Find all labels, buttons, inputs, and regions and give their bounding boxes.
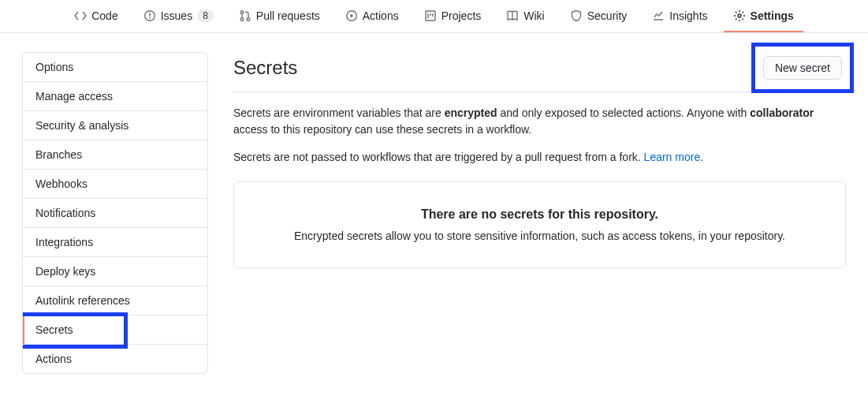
sidebar-item-label: Secrets bbox=[35, 323, 73, 336]
page-title: Secrets bbox=[233, 57, 297, 79]
svg-rect-2 bbox=[149, 13, 150, 17]
sidebar-item-label: Branches bbox=[35, 148, 82, 161]
graph-icon bbox=[652, 9, 665, 22]
tab-wiki[interactable]: Wiki bbox=[497, 0, 553, 32]
sidebar-item-label: Options bbox=[35, 61, 73, 73]
sidebar-item-manage-access[interactable]: Manage access bbox=[23, 82, 207, 111]
tab-projects[interactable]: Projects bbox=[415, 0, 491, 32]
empty-state-description: Encrypted secrets allow you to store sen… bbox=[266, 230, 814, 242]
sidebar-item-notifications[interactable]: Notifications bbox=[23, 199, 207, 228]
sidebar-item-autolink-references[interactable]: Autolink references bbox=[23, 286, 207, 316]
svg-point-3 bbox=[240, 11, 244, 14]
tab-label: Actions bbox=[363, 9, 399, 22]
play-icon bbox=[345, 9, 358, 22]
new-secret-button[interactable]: New secret bbox=[763, 56, 842, 80]
tab-label: Issues bbox=[161, 9, 192, 22]
settings-sidebar: Options Manage access Security & analysi… bbox=[22, 52, 208, 374]
sidebar-item-branches[interactable]: Branches bbox=[23, 140, 207, 170]
issues-count: 8 bbox=[197, 9, 214, 22]
tab-label: Projects bbox=[441, 9, 482, 22]
svg-point-4 bbox=[240, 18, 244, 21]
tab-label: Code bbox=[91, 9, 117, 22]
tab-settings[interactable]: Settings bbox=[724, 0, 803, 32]
tab-security[interactable]: Security bbox=[561, 0, 637, 32]
intro-paragraph-2: Secrets are not passed to workflows that… bbox=[233, 149, 846, 166]
sidebar-item-webhooks[interactable]: Webhooks bbox=[23, 170, 207, 199]
tab-label: Security bbox=[587, 9, 628, 22]
sidebar-item-label: Integrations bbox=[35, 236, 93, 248]
book-icon bbox=[506, 9, 519, 22]
sidebar-item-integrations[interactable]: Integrations bbox=[23, 228, 207, 257]
annotation-highlight: New secret bbox=[751, 43, 854, 93]
tab-issues[interactable]: Issues 8 bbox=[134, 0, 223, 32]
button-label: New secret bbox=[775, 62, 830, 74]
shield-icon bbox=[570, 9, 583, 22]
tab-actions[interactable]: Actions bbox=[336, 0, 408, 32]
issue-icon bbox=[143, 9, 156, 22]
sidebar-item-label: Webhooks bbox=[35, 177, 88, 190]
sidebar-item-label: Security & analysis bbox=[35, 119, 129, 132]
tab-code[interactable]: Code bbox=[65, 0, 127, 32]
learn-more-link[interactable]: Learn more bbox=[644, 151, 701, 163]
sidebar-item-deploy-keys[interactable]: Deploy keys bbox=[23, 257, 207, 286]
gear-icon bbox=[733, 9, 746, 22]
svg-point-1 bbox=[149, 17, 151, 19]
svg-point-8 bbox=[738, 14, 741, 17]
svg-point-5 bbox=[247, 18, 250, 21]
sidebar-item-security-analysis[interactable]: Security & analysis bbox=[23, 111, 207, 140]
tab-pull-requests[interactable]: Pull requests bbox=[229, 0, 330, 32]
main-content: Secrets New secret Secrets are environme… bbox=[233, 52, 846, 268]
sidebar-item-options[interactable]: Options bbox=[23, 53, 207, 82]
tab-label: Settings bbox=[751, 9, 794, 22]
project-icon bbox=[424, 9, 437, 22]
sidebar-item-label: Deploy keys bbox=[35, 265, 95, 278]
sidebar-item-label: Notifications bbox=[35, 207, 95, 219]
tab-insights[interactable]: Insights bbox=[643, 0, 717, 32]
code-icon bbox=[74, 9, 87, 22]
empty-state: There are no secrets for this repository… bbox=[233, 181, 846, 268]
repo-tabs: Code Issues 8 Pull requests Actions Proj… bbox=[0, 0, 868, 33]
tab-label: Pull requests bbox=[256, 9, 320, 22]
tab-label: Insights bbox=[669, 9, 707, 22]
sidebar-item-secrets[interactable]: Secrets bbox=[23, 316, 207, 345]
sidebar-item-label: Actions bbox=[35, 353, 72, 365]
sidebar-item-label: Autolink references bbox=[35, 294, 130, 307]
empty-state-title: There are no secrets for this repository… bbox=[266, 207, 814, 222]
intro-paragraph-1: Secrets are environment variables that a… bbox=[233, 105, 846, 138]
sidebar-item-label: Manage access bbox=[35, 90, 113, 103]
sidebar-item-actions[interactable]: Actions bbox=[23, 345, 207, 373]
tab-label: Wiki bbox=[523, 9, 544, 22]
pull-request-icon bbox=[239, 9, 251, 22]
